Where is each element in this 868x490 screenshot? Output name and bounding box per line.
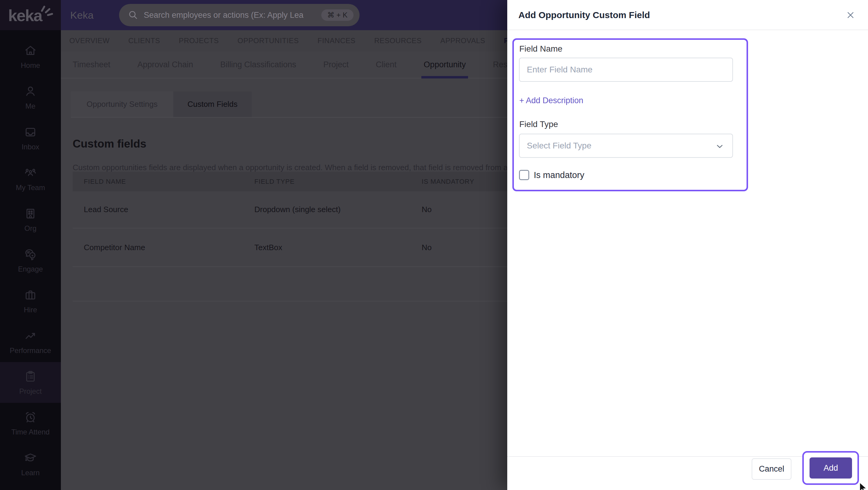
- sidebar-item-label: Performance: [10, 346, 51, 355]
- subtab-client[interactable]: Client: [376, 51, 397, 78]
- search-icon: [128, 10, 138, 20]
- cancel-button[interactable]: Cancel: [752, 458, 792, 480]
- field-name-input[interactable]: [519, 58, 733, 82]
- team-icon: [24, 166, 37, 180]
- column-header-field-name: FIELD NAME: [73, 178, 243, 185]
- briefcase-icon: [24, 288, 37, 302]
- graduation-cap-icon: [24, 451, 37, 465]
- sidebar-item-label: Org: [24, 224, 36, 233]
- subtab-timesheet[interactable]: Timesheet: [73, 51, 110, 78]
- tab-opportunity-settings[interactable]: Opportunity Settings: [71, 91, 173, 117]
- trend-up-icon: [24, 329, 37, 343]
- field-type-label: Field Type: [519, 119, 558, 129]
- sidebar-item-label: Me: [25, 102, 35, 110]
- close-button[interactable]: [844, 8, 857, 22]
- sidebar-item-label: Time Attend: [11, 428, 50, 436]
- sidebar-item-inbox[interactable]: Inbox: [0, 118, 61, 158]
- keka-logo[interactable]: keka: [0, 0, 61, 30]
- sidebar-item-label: Hire: [24, 306, 37, 314]
- field-type-placeholder: Select Field Type: [527, 141, 591, 150]
- clipboard-icon: [24, 370, 37, 383]
- panel-title: Add Opportunity Custom Field: [518, 0, 650, 30]
- mouse-cursor: [858, 482, 868, 490]
- home-icon: [24, 44, 37, 58]
- is-mandatory-label: Is mandatory: [534, 170, 584, 180]
- cell-field-name: Lead Source: [73, 205, 243, 214]
- column-header-field-type: FIELD TYPE: [243, 178, 410, 185]
- sidebar-item-me[interactable]: Me: [0, 77, 61, 118]
- panel-header: Add Opportunity Custom Field: [507, 0, 868, 30]
- sidebar-item-label: Engage: [18, 265, 43, 273]
- cell-field-type: TextBox: [243, 243, 410, 252]
- sidebar-item-my-team[interactable]: My Team: [0, 158, 61, 199]
- sidebar-item-org[interactable]: Org: [0, 199, 61, 240]
- sidebar-item-label: Project: [19, 387, 42, 396]
- subtab-opportunity[interactable]: Opportunity: [424, 51, 466, 78]
- tab-opportunities[interactable]: OPPORTUNITIES: [238, 36, 299, 45]
- subtab-project[interactable]: Project: [323, 51, 349, 78]
- sidebar-item-engage[interactable]: Engage: [0, 240, 61, 281]
- subtab-billing-classifications[interactable]: Billing Classifications: [220, 51, 296, 78]
- sidebar-item-time-attend[interactable]: Time Attend: [0, 403, 61, 443]
- cell-field-name: Competitor Name: [73, 243, 243, 252]
- field-name-label: Field Name: [519, 44, 562, 54]
- inbox-icon: [24, 125, 37, 139]
- sidebar-item-learn[interactable]: Learn: [0, 443, 61, 484]
- sidebar-item-performance[interactable]: Performance: [0, 321, 61, 362]
- svg-text:keka: keka: [8, 6, 43, 24]
- sidebar-item-home[interactable]: Home: [0, 36, 61, 77]
- search-shortcut-badge: ⌘ + K: [321, 9, 353, 21]
- add-description-link[interactable]: + Add Description: [519, 96, 583, 105]
- cell-field-type: Dropdown (single select): [243, 205, 410, 214]
- sidebar-nav: Home Me Inbox My Team: [0, 30, 61, 490]
- sidebar-item-label: Inbox: [22, 143, 39, 151]
- sidebar-item-label: My Team: [16, 183, 45, 192]
- keka-logo-icon: keka: [6, 4, 55, 26]
- field-type-select[interactable]: Select Field Type: [519, 134, 733, 158]
- add-custom-field-panel: Add Opportunity Custom Field Field Name …: [507, 0, 868, 490]
- chevron-down-icon: [715, 142, 724, 151]
- search-input[interactable]: [144, 10, 304, 20]
- person-icon: [24, 85, 37, 98]
- close-icon: [845, 10, 856, 20]
- add-button[interactable]: Add: [809, 457, 852, 479]
- sidebar-item-hire[interactable]: Hire: [0, 281, 61, 321]
- page-title: Custom fields: [73, 138, 147, 150]
- app-root: keka Keka ⌘ + K Home: [0, 0, 868, 490]
- tab-finances[interactable]: FINANCES: [318, 36, 355, 45]
- page-description: Custom opportunities fields are displaye…: [73, 163, 574, 172]
- tab-resources[interactable]: RESOURCES: [374, 36, 422, 45]
- tab-approvals[interactable]: APPROVALS: [440, 36, 485, 45]
- tab-custom-fields[interactable]: Custom Fields: [173, 91, 252, 117]
- tab-projects[interactable]: PROJECTS: [179, 36, 219, 45]
- tab-clients[interactable]: CLIENTS: [128, 36, 160, 45]
- global-search[interactable]: ⌘ + K: [119, 4, 360, 26]
- sidebar-item-project[interactable]: Project: [0, 362, 61, 403]
- workspace-name: Keka: [70, 0, 94, 30]
- alarm-clock-icon: [24, 410, 37, 424]
- sidebar-item-label: Home: [21, 61, 40, 70]
- is-mandatory-checkbox[interactable]: [519, 170, 529, 180]
- subtab-approval-chain[interactable]: Approval Chain: [137, 51, 193, 78]
- tab-overview[interactable]: OVERVIEW: [69, 36, 110, 45]
- sidebar-item-label: Learn: [21, 468, 39, 477]
- chat-icon: [24, 248, 37, 261]
- building-icon: [24, 207, 37, 221]
